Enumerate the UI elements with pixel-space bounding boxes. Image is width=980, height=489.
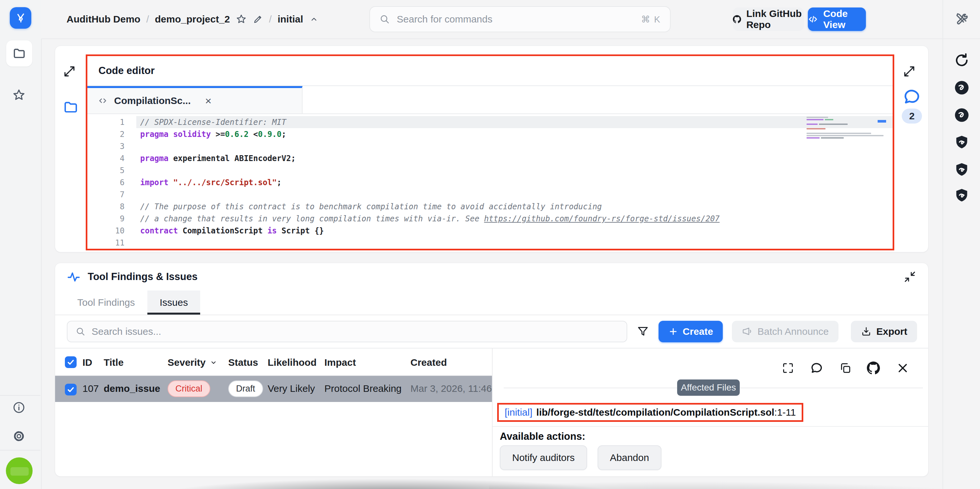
command-search-input[interactable]: Search for commands ⌘ K xyxy=(369,6,671,32)
select-all-checkbox[interactable] xyxy=(65,356,76,368)
code-line[interactable]: 9// a change that results in very long c… xyxy=(88,213,892,225)
filter-funnel-icon[interactable] xyxy=(636,325,649,338)
history-refresh-icon[interactable] xyxy=(954,52,970,68)
tool-shield-icon[interactable] xyxy=(954,188,970,204)
github-icon[interactable] xyxy=(867,362,880,374)
tool-shield-icon[interactable] xyxy=(954,162,970,178)
row-checkbox[interactable] xyxy=(65,384,76,395)
sidebar-item-info[interactable] xyxy=(6,395,32,421)
check-icon xyxy=(67,385,75,394)
code-area[interactable]: 1// SPDX-License-Identifier: MIT2pragma … xyxy=(88,114,892,249)
column-header-impact[interactable]: Impact xyxy=(325,357,356,368)
file-tree-folder-icon[interactable] xyxy=(63,99,79,115)
minimap-slider[interactable] xyxy=(878,120,886,123)
line-range: :1-11 xyxy=(774,407,796,418)
minimap[interactable] xyxy=(807,117,884,140)
sidebar-item-favorites[interactable] xyxy=(6,82,32,108)
line-number: 3 xyxy=(88,142,136,151)
favorite-star-icon[interactable] xyxy=(236,14,247,25)
close-icon[interactable] xyxy=(896,362,909,374)
tool-logo-round-icon[interactable] xyxy=(954,80,970,96)
issues-table-body: 107demo_issueCriticalDraftVery LikelyPro… xyxy=(55,376,492,402)
column-header-id[interactable]: ID xyxy=(83,357,92,368)
issues-search-input[interactable]: Search issues... xyxy=(67,321,627,342)
file-path[interactable]: lib/forge-std/test/compilation/Compilati… xyxy=(536,407,774,418)
chevron-up-icon[interactable] xyxy=(309,14,319,24)
expand-icon[interactable] xyxy=(902,64,916,78)
abandon-button[interactable]: Abandon xyxy=(598,445,662,470)
tool-shield-icon[interactable] xyxy=(954,134,970,151)
issues-search-placeholder: Search issues... xyxy=(92,326,161,337)
rename-pencil-icon[interactable] xyxy=(253,14,263,24)
line-number: 9 xyxy=(88,214,136,223)
sidebar-divider xyxy=(0,450,40,451)
create-issue-button[interactable]: Create xyxy=(659,321,723,342)
breadcrumb-app[interactable]: AuditHub Demo xyxy=(67,14,140,25)
star-icon xyxy=(12,88,26,102)
code-line[interactable]: 3 xyxy=(88,140,892,152)
column-header-title[interactable]: Title xyxy=(104,357,124,368)
column-header-status[interactable]: Status xyxy=(228,357,258,368)
column-header-severity[interactable]: Severity xyxy=(167,357,218,368)
fullscreen-icon[interactable] xyxy=(781,362,794,374)
breadcrumb-project[interactable]: demo_project_2 xyxy=(155,14,230,25)
findings-card: Tool Findings & Issues Tool Findings Iss… xyxy=(55,263,929,476)
code-line[interactable]: 6import "../../src/Script.sol"; xyxy=(88,176,892,188)
code-line[interactable]: 7 xyxy=(88,188,892,201)
breadcrumb-branch[interactable]: initial xyxy=(277,14,303,25)
user-avatar[interactable] xyxy=(6,457,33,484)
code-editor-panel: Code editor CompilationSc... × 1// SPDX-… xyxy=(86,54,894,250)
code-line[interactable]: 5 xyxy=(88,164,892,176)
batch-announce-button[interactable]: Batch Announce xyxy=(732,321,838,342)
issue-row[interactable]: 107demo_issueCriticalDraftVery LikelyPro… xyxy=(55,376,492,402)
detail-toolbar xyxy=(493,359,928,379)
line-number: 4 xyxy=(88,154,136,163)
column-header-likelihood[interactable]: Likelihood xyxy=(268,357,317,368)
tab-tool-findings[interactable]: Tool Findings xyxy=(65,290,147,315)
check-icon xyxy=(67,358,75,366)
line-number: 1 xyxy=(88,118,136,127)
app-logo[interactable] xyxy=(10,7,31,29)
expand-icon[interactable] xyxy=(62,64,76,78)
tools-icon[interactable] xyxy=(954,11,970,27)
affected-file-link[interactable]: [initial] lib/forge-std/test/compilation… xyxy=(497,403,803,422)
line-number: 2 xyxy=(88,130,136,139)
issue-status: Draft xyxy=(228,381,263,397)
comments-icon[interactable] xyxy=(903,88,921,106)
issue-severity: Critical xyxy=(167,381,210,397)
line-number: 5 xyxy=(88,166,136,175)
code-line[interactable]: 8// The purpose of this contract is to b… xyxy=(88,201,892,213)
comments-count-badge[interactable]: 2 xyxy=(902,108,922,124)
section-divider xyxy=(493,426,928,427)
tool-logo-round-icon[interactable] xyxy=(954,107,970,123)
sidebar-item-files[interactable] xyxy=(6,40,32,67)
column-header-created[interactable]: Created xyxy=(410,357,447,368)
export-label: Export xyxy=(876,326,907,337)
tab-issues[interactable]: Issues xyxy=(147,290,200,315)
link-github-repo-button[interactable]: Link GitHub Repo xyxy=(733,8,804,31)
code-line[interactable]: 1// SPDX-License-Identifier: MIT xyxy=(88,116,892,128)
editor-tabbar: CompilationSc... × xyxy=(88,86,892,114)
download-icon xyxy=(861,326,872,337)
chevron-down-icon xyxy=(209,358,218,367)
create-label: Create xyxy=(682,326,713,337)
copy-icon[interactable] xyxy=(839,362,852,374)
notify-auditors-button[interactable]: Notify auditors xyxy=(500,445,587,470)
tab-close-icon[interactable]: × xyxy=(205,95,212,106)
line-number: 8 xyxy=(88,202,136,211)
code-line[interactable]: 4pragma experimental ABIEncoderV2; xyxy=(88,152,892,164)
code-line[interactable]: 2pragma solidity >=0.6.2 <0.9.0; xyxy=(88,128,892,140)
collapse-icon[interactable] xyxy=(904,270,916,283)
comment-icon[interactable] xyxy=(810,362,823,374)
available-actions-label: Available actions: xyxy=(500,431,585,442)
code-view-button[interactable]: Code View xyxy=(808,8,866,31)
issue-created: Mar 3, 2026, 11:46 xyxy=(410,383,492,394)
right-toolbar xyxy=(942,0,980,489)
code-line[interactable]: 10contract CompilationScript is Script {… xyxy=(88,225,892,237)
export-button[interactable]: Export xyxy=(851,321,917,342)
version-tag[interactable]: [initial] xyxy=(505,407,532,418)
file-tab[interactable]: CompilationSc... × xyxy=(88,86,302,113)
avatar-shine xyxy=(10,467,29,476)
code-line[interactable]: 11 xyxy=(88,237,892,249)
sidebar-item-settings[interactable] xyxy=(6,423,32,449)
